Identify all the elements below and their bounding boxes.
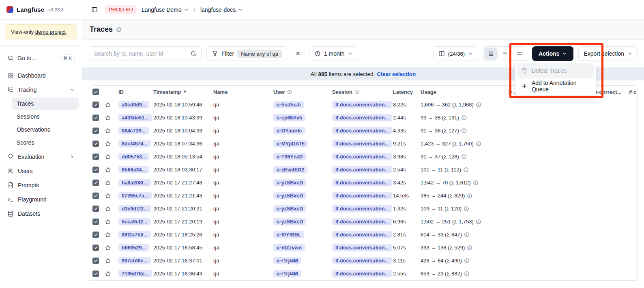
row-checkbox[interactable] [92, 141, 99, 147]
demo-project-link[interactable]: demo project [35, 29, 66, 35]
clear-selection-link[interactable]: Clear selection [377, 71, 416, 77]
trace-id-badge[interactable]: 5cca9cf2... [118, 218, 150, 225]
sidebar-item-datasets[interactable]: Datasets [3, 207, 79, 220]
header-session[interactable]: Session [332, 89, 393, 95]
bookmark-star-icon[interactable] [105, 193, 111, 199]
row-checkbox[interactable] [92, 167, 99, 173]
trace-id-badge[interactable]: a0cd0d9... [118, 101, 149, 108]
bookmark-star-icon[interactable] [105, 167, 111, 173]
select-all-checkbox[interactable] [92, 89, 99, 95]
row-height-compact-button[interactable] [484, 48, 498, 60]
clear-filter-button[interactable]: ✕ [292, 48, 304, 60]
user-id-badge[interactable]: u-MYpDAT5 [273, 140, 308, 147]
bookmark-star-icon[interactable] [105, 206, 111, 212]
bookmark-star-icon[interactable] [105, 232, 111, 238]
user-id-badge[interactable]: u-yzSBxcD [273, 218, 306, 225]
row-checkbox[interactable] [92, 128, 99, 134]
row-checkbox[interactable] [92, 193, 99, 199]
user-id-badge[interactable]: u-yzSBxcD [273, 205, 306, 212]
sidebar-item-prompts[interactable]: Prompts [3, 179, 79, 192]
session-id-badge[interactable]: lf.docs.conversation... [332, 218, 392, 225]
user-id-badge[interactable]: u-rTrjI4M [273, 257, 301, 264]
session-id-badge[interactable]: lf.docs.conversation... [332, 179, 392, 186]
header-user[interactable]: User [273, 89, 332, 95]
bookmark-star-icon[interactable] [105, 245, 111, 251]
sidebar-item-tracing[interactable]: Tracing [3, 83, 79, 96]
session-id-badge[interactable]: lf.docs.conversation... [332, 101, 392, 108]
sidebar-item-traces[interactable]: Traces [12, 97, 79, 110]
header-score-extra[interactable]: # c... [629, 89, 637, 95]
user-id-badge[interactable]: u-huJhuJi [273, 101, 304, 108]
user-id-badge[interactable]: u-VIZzvwo [273, 244, 305, 251]
session-id-badge[interactable]: lf.docs.conversation... [332, 231, 392, 238]
trace-id-badge[interactable]: 88f2a7b0... [118, 231, 151, 238]
trace-id-badge[interactable]: 8b66a34... [118, 166, 149, 173]
toggle-sidebar-button[interactable] [89, 4, 100, 15]
header-timestamp[interactable]: Timestamp▼ [153, 89, 213, 95]
bookmark-star-icon[interactable] [105, 154, 111, 160]
row-checkbox[interactable] [92, 258, 99, 264]
sidebar-item-dashboard[interactable]: Dashboard [3, 69, 79, 82]
user-id-badge[interactable]: u-f0YfBSL [273, 231, 304, 238]
bookmark-star-icon[interactable] [105, 219, 111, 225]
bookmark-star-icon[interactable] [105, 128, 111, 134]
time-range-button[interactable]: 1 month [309, 46, 358, 61]
sidebar-item-observations[interactable]: Observations [12, 123, 79, 136]
session-id-badge[interactable]: lf.docs.conversation... [332, 244, 392, 251]
search-submit-button[interactable] [185, 47, 201, 61]
session-id-badge[interactable]: lf.docs.conversation... [332, 127, 392, 134]
trace-id-badge[interactable]: a433de51... [118, 114, 152, 121]
user-id-badge[interactable]: u-zEwdED2 [273, 166, 307, 173]
header-id[interactable]: ID [118, 89, 153, 95]
sidebar-item-users[interactable]: Users [3, 165, 79, 178]
row-height-tall-button[interactable] [513, 48, 526, 60]
row-checkbox[interactable] [92, 271, 99, 277]
user-id-badge[interactable]: u-yzSBxcD [273, 192, 306, 199]
org-selector[interactable]: Langfuse Demo [142, 6, 189, 13]
user-id-badge[interactable]: u-rTrjI4M [273, 270, 301, 277]
session-id-badge[interactable]: lf.docs.conversation... [332, 166, 392, 173]
trace-id-badge[interactable]: dd05753... [118, 153, 149, 160]
row-checkbox[interactable] [92, 219, 99, 225]
session-id-badge[interactable]: lf.docs.conversation... [332, 114, 392, 121]
row-checkbox[interactable] [92, 180, 99, 186]
trace-id-badge[interactable]: ba8a208f... [118, 179, 151, 186]
user-id-badge[interactable]: u-yzSBxcD [273, 179, 306, 186]
trace-id-badge[interactable]: d3e9d1f2... [118, 205, 151, 212]
menu-item-delete-traces[interactable]: Delete Traces [517, 63, 594, 78]
trace-id-badge[interactable]: 07265c7a... [118, 192, 152, 199]
header-name[interactable]: Name [213, 89, 273, 95]
user-id-badge[interactable]: u-cp66Avh [273, 114, 305, 121]
search-input[interactable] [89, 50, 185, 57]
bookmark-star-icon[interactable] [105, 102, 111, 108]
row-checkbox[interactable] [92, 232, 99, 238]
user-id-badge[interactable]: u-T98YnzD [273, 153, 306, 160]
bookmark-star-icon[interactable] [105, 271, 111, 277]
user-id-badge[interactable]: u-OYauofc [273, 127, 305, 134]
row-height-medium-button[interactable] [498, 48, 512, 60]
export-selection-button[interactable]: Export selection [578, 46, 638, 61]
goto-search-button[interactable]: Go to... ⌘ K [3, 51, 79, 65]
row-checkbox[interactable] [92, 154, 99, 160]
session-id-badge[interactable]: lf.docs.conversation... [332, 205, 392, 212]
column-visibility-button[interactable]: (24/36) [433, 46, 478, 61]
sidebar-item-evaluation[interactable]: Evaluation [3, 150, 79, 163]
bookmark-star-icon[interactable] [105, 258, 111, 264]
environment-badge[interactable]: PROD-EU [105, 5, 137, 14]
filter-button[interactable]: Filter Name any of qa [206, 46, 287, 61]
row-checkbox[interactable] [92, 115, 99, 121]
sidebar-item-scores[interactable]: Scores [12, 136, 79, 149]
bookmark-star-icon[interactable] [105, 115, 111, 121]
row-checkbox[interactable] [92, 245, 99, 251]
sidebar-item-sessions[interactable]: Sessions [12, 110, 79, 123]
session-id-badge[interactable]: lf.docs.conversation... [332, 140, 392, 147]
menu-item-add-to-annotation-queue[interactable]: Add to Annotation Queue [517, 78, 594, 94]
row-checkbox[interactable] [92, 102, 99, 108]
actions-button[interactable]: Actions [532, 46, 573, 61]
trace-id-badge[interactable]: 084c739... [118, 127, 149, 134]
session-id-badge[interactable]: lf.docs.conversation... [332, 153, 392, 160]
session-id-badge[interactable]: lf.docs.conversation... [332, 257, 392, 264]
session-id-badge[interactable]: lf.docs.conversation... [332, 270, 392, 277]
trace-id-badge[interactable]: b669529... [118, 244, 149, 251]
project-selector[interactable]: langfuse-docs [200, 6, 243, 13]
